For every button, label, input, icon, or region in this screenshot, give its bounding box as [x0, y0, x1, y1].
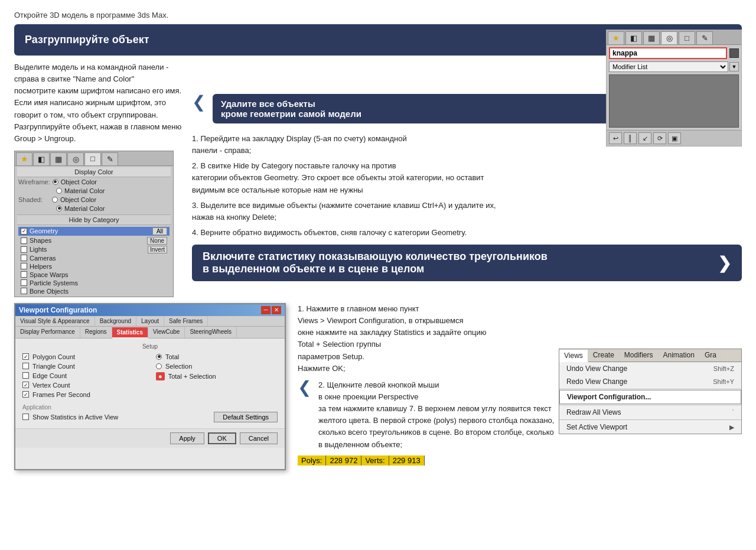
total-radio[interactable] — [156, 354, 162, 360]
tab-grid[interactable]: ▦ — [50, 152, 67, 165]
tab-pencil[interactable]: ✎ — [102, 152, 118, 165]
geometry-label: Geometry — [30, 227, 58, 235]
views-menu-create[interactable]: Create — [588, 349, 620, 362]
cmd-delete-icon[interactable]: ▣ — [668, 132, 681, 144]
dialog-tab-display-perf[interactable]: Display Performance — [15, 327, 80, 338]
ok-btn[interactable]: OK — [208, 432, 236, 444]
bone-objects-row: Bone Objects — [18, 287, 170, 295]
default-settings-btn[interactable]: Default Settings — [214, 412, 278, 422]
dialog-tab-safe-frames[interactable]: Safe Frames — [164, 316, 208, 326]
dialog-tab-viewcube[interactable]: ViewCube — [148, 327, 185, 338]
redraw-all-views-item[interactable]: Redraw All Views ` — [559, 406, 741, 419]
verts-label: Verts: — [361, 455, 389, 466]
dialog-tab-visual[interactable]: Visual Style & Appearance — [15, 316, 95, 326]
cameras-row: Cameras — [18, 254, 170, 262]
dialog-tab-layout[interactable]: Layout — [136, 316, 164, 326]
modifier-stack-area — [609, 74, 739, 128]
dialog-tab-steering[interactable]: SteeringWheels — [185, 327, 237, 338]
cancel-btn[interactable]: Cancel — [240, 432, 278, 444]
space-warps-label: Space Warps — [30, 271, 69, 278]
dialog-tab-regions[interactable]: Regions — [80, 327, 112, 338]
cmd-tab-circle[interactable]: ◎ — [661, 31, 677, 44]
app-label: Application — [22, 404, 278, 411]
tab-star[interactable]: ★ — [16, 152, 32, 165]
polys-bar: Polys: 228 972 Verts: 229 913 — [298, 455, 425, 466]
bone-objects-label: Bone Objects — [30, 288, 69, 295]
cmd-copy-icon[interactable]: ⟳ — [653, 132, 666, 144]
dialog-tab-background[interactable]: Background — [95, 316, 136, 326]
polys-value: 228 972 — [326, 455, 361, 466]
dialog-footer: Apply OK Cancel — [15, 428, 285, 448]
object-name-input[interactable] — [609, 47, 727, 59]
color-swatch[interactable] — [729, 48, 739, 58]
geometry-row: ✓ Geometry All — [18, 227, 170, 236]
total-sel-radio-row: ● Total + Selection — [156, 371, 278, 382]
helpers-checkbox[interactable] — [21, 263, 27, 269]
cmd-tab-grid[interactable]: ▦ — [643, 31, 660, 44]
material-color-label: Material Color — [64, 187, 105, 194]
views-menu-gra[interactable]: Gra — [700, 349, 722, 362]
polygon-count-label: Polygon Count — [32, 353, 75, 360]
tab-display[interactable]: □ — [84, 152, 101, 165]
step1-body-text: Выделите модель и на командной панели - … — [14, 61, 183, 145]
particle-systems-checkbox[interactable] — [21, 279, 27, 286]
total-sel-indicator: ● — [156, 372, 165, 380]
dialog-minimize-btn[interactable]: ─ — [261, 306, 271, 314]
none-btn[interactable]: None — [147, 237, 167, 245]
show-stats-checkbox[interactable] — [22, 414, 29, 420]
all-btn[interactable]: All — [152, 227, 167, 235]
dialog-radios-col: Total Selection ● Total + Selection — [156, 352, 278, 399]
edge-count-label: Edge Count — [32, 372, 67, 379]
lights-checkbox[interactable] — [21, 246, 27, 253]
cmd-pin-icon[interactable]: ↩ — [609, 132, 622, 144]
cmd-move-icon[interactable]: ↙ — [638, 132, 651, 144]
polys-label: Polys: — [298, 455, 326, 466]
page: Откройте 3D модель в программе 3ds Max. … — [0, 0, 756, 481]
set-active-viewport-item[interactable]: Set Active Viewport ▶ — [559, 421, 741, 434]
tab-circle[interactable]: ◎ — [67, 152, 84, 165]
edge-count-checkbox[interactable] — [22, 372, 29, 379]
bone-objects-checkbox[interactable] — [21, 288, 27, 294]
cmd-tab-display2[interactable]: □ — [679, 31, 695, 44]
invert-btn[interactable]: Invert — [148, 246, 167, 253]
cmd-tab-shape[interactable]: ◧ — [625, 31, 642, 44]
space-warps-checkbox[interactable] — [21, 271, 27, 278]
cmd-tab-pencil2[interactable]: ✎ — [696, 31, 713, 44]
shaded-material-color-radio[interactable] — [56, 206, 62, 211]
helpers-label: Helpers — [30, 263, 52, 270]
vertex-count-checkbox[interactable]: ✓ — [22, 382, 29, 388]
viewport-config-item[interactable]: Viewport Configuration... — [559, 390, 741, 404]
shapes-checkbox[interactable] — [21, 237, 27, 244]
step2-body4: 4. Верните обратно видимость объектов, с… — [192, 227, 742, 239]
views-menu-animation[interactable]: Animation — [659, 349, 700, 362]
edge-count-row: Edge Count — [22, 371, 144, 380]
geometry-checkbox[interactable]: ✓ — [21, 228, 27, 235]
wireframe-label: Wireframe: — [18, 178, 50, 185]
triangle-count-checkbox[interactable] — [22, 363, 29, 369]
tab-shape[interactable]: ◧ — [33, 152, 50, 165]
shaded-object-color-radio[interactable] — [52, 197, 58, 203]
dialog-tab-statistics[interactable]: Statistics — [112, 327, 148, 339]
views-menu-bar: Views Create Modifiers Animation Gra — [559, 349, 741, 362]
fps-checkbox[interactable]: ✓ — [22, 391, 29, 398]
wireframe-material-color-radio[interactable] — [56, 188, 62, 194]
apply-btn[interactable]: Apply — [170, 432, 204, 444]
selection-radio[interactable] — [156, 363, 162, 369]
dialog-close-btn[interactable]: ✕ — [272, 306, 281, 314]
views-menu-views[interactable]: Views — [559, 350, 588, 362]
wireframe-object-color-radio[interactable] — [53, 179, 58, 185]
undo-view-change-item[interactable]: Undo View Change Shift+Z — [559, 362, 741, 375]
set-active-viewport-label: Set Active Viewport — [566, 423, 627, 431]
modifier-list-select[interactable]: Modifier List — [609, 61, 728, 72]
cmd-tab-star[interactable]: ★ — [608, 31, 624, 44]
viewport-dialog: Viewport Configuration ─ ✕ Visual Style … — [14, 303, 286, 470]
cmd-stack-icon[interactable]: ║ — [624, 132, 637, 144]
step3-header: Включите статистику показывающую количес… — [192, 245, 742, 281]
cameras-checkbox[interactable] — [21, 255, 27, 261]
step1-header-text: Разгруппируйте объект — [25, 34, 149, 46]
modifier-list-btn[interactable]: ▼ — [729, 62, 739, 71]
polygon-count-row: ✓ Polygon Count — [22, 352, 144, 362]
polygon-count-checkbox[interactable]: ✓ — [22, 353, 29, 360]
views-menu-modifiers[interactable]: Modifiers — [620, 349, 659, 362]
redo-view-change-item[interactable]: Redo View Change Shift+Y — [559, 375, 741, 388]
